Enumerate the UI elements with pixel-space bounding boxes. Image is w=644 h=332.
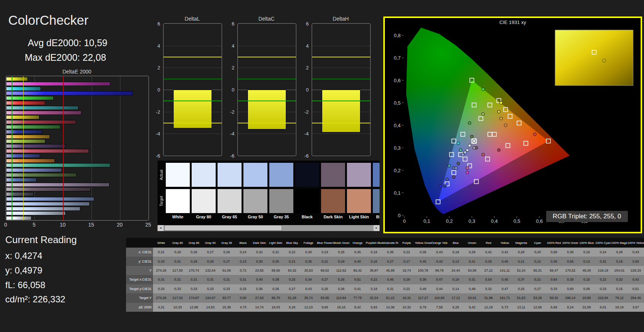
- cell: 38,97: [366, 266, 382, 275]
- cell: 0,30: [562, 275, 579, 284]
- swatch-target-white: [166, 189, 190, 213]
- cell: 77,75: [350, 293, 366, 302]
- cell: 0,27: [529, 284, 546, 293]
- y-tick-label: 0: [306, 87, 309, 93]
- deltae-bar: [6, 207, 80, 211]
- column-header: Yellow: [497, 238, 513, 248]
- horizontal-scrollbar[interactable]: ◄ ►: [158, 225, 380, 231]
- cell: 13,11: [513, 303, 530, 312]
- cell: 0,33: [186, 284, 202, 293]
- column-header: Bluish Green: [333, 238, 350, 248]
- row-label: Target y:CIE31: [126, 284, 153, 293]
- cell: 0,16: [366, 257, 382, 266]
- rgb-triplet-label: RGB Triplet: 255, 255, 0: [546, 211, 628, 222]
- cell: 93,77: [219, 293, 235, 302]
- cell: 0,22: [398, 284, 415, 293]
- y-tick-label: 2: [306, 65, 309, 71]
- y-tick-label: -2: [156, 109, 160, 114]
- y-tick-label: 0,6: [394, 78, 401, 83]
- cell: 0,35: [562, 248, 579, 257]
- cell: 14,74: [251, 303, 268, 312]
- cell: 0,46: [382, 275, 399, 284]
- measured-marker: [504, 124, 507, 127]
- cell: 0,37: [513, 275, 530, 284]
- cell: 0,31: [235, 275, 251, 284]
- cell: 10,32: [398, 303, 415, 312]
- reference-line: [164, 123, 222, 123]
- measured-marker: [482, 88, 485, 91]
- deltae-bar: [6, 173, 77, 177]
- cell: 175,74: [186, 266, 202, 275]
- cell: 0,50: [627, 257, 644, 266]
- table-row: Target Y274,26217,02174,87134,6793,770,0…: [126, 293, 644, 302]
- x-tick-label: 0,1: [423, 218, 430, 224]
- x-tick-label: 20: [117, 222, 123, 228]
- scrollbar-track[interactable]: [164, 225, 374, 231]
- cell: 0,26: [333, 275, 350, 284]
- delta-bar: [248, 90, 286, 129]
- cell: 0,06: [578, 284, 595, 293]
- scrollbar-right-arrow-icon[interactable]: ►: [374, 225, 380, 231]
- row-label: x: CIE31: [126, 248, 153, 257]
- cell: 0,30: [300, 248, 317, 257]
- scrollbar-left-arrow-icon[interactable]: ◄: [158, 225, 164, 231]
- current-reading-fl: fL: 66,058: [5, 280, 45, 290]
- cell: 0,38: [267, 275, 284, 284]
- cell: 53,26: [529, 293, 546, 302]
- table-row: x: CIE310,310,290,280,270,260,240,320,31…: [126, 248, 644, 257]
- measured-marker: [466, 167, 469, 170]
- current-reading-title: Current Reading: [5, 234, 77, 246]
- cell: 0,44: [431, 284, 448, 293]
- y-tick-label: 4: [158, 43, 160, 48]
- measured-marker: [448, 164, 451, 167]
- column-header: Gray 80: [170, 238, 186, 248]
- cell: 95,70: [267, 293, 284, 302]
- y-tick-label: -6: [156, 153, 160, 159]
- cell: 0,28: [513, 248, 530, 257]
- measured-marker: [500, 117, 503, 120]
- swatch-label: Black: [295, 215, 319, 219]
- column-header: Foliage: [300, 238, 317, 248]
- cell: 54,08: [464, 266, 480, 275]
- measured-marker: [457, 162, 460, 165]
- cell: 117,27: [415, 293, 431, 302]
- cell: 0,22: [398, 248, 415, 257]
- x-tick-label: 10: [60, 222, 66, 228]
- column-header: Gray 65: [186, 238, 202, 248]
- x-tick-label: 0,5: [513, 218, 520, 224]
- cell: 114,84: [333, 293, 350, 302]
- cell: 0,31: [170, 257, 186, 266]
- cell: 0,33: [202, 284, 219, 293]
- cell: 52,24: [513, 266, 530, 275]
- deltae-bar: [6, 197, 94, 201]
- column-header: Moderate Red: [382, 238, 399, 248]
- y-tick-label: 2: [232, 65, 234, 71]
- gridline: [238, 68, 296, 68]
- scrollbar-thumb[interactable]: [164, 225, 282, 231]
- x-tick-label: 15: [88, 222, 94, 228]
- deltae-bar: [6, 96, 54, 100]
- cell: 14,38: [382, 303, 399, 312]
- cell: 0,20: [529, 248, 546, 257]
- reference-line: [312, 123, 370, 123]
- deltae-bar: [6, 77, 28, 81]
- cell: 0,29: [333, 257, 350, 266]
- table-row: Target y:CIE310,330,330,330,330,330,330,…: [126, 284, 644, 293]
- cell: 0,31: [186, 275, 202, 284]
- cell: 217,02: [170, 293, 186, 302]
- column-header: 100% Blue: [578, 238, 595, 248]
- cell: 0,45: [497, 275, 513, 284]
- swatch-actual-light-skin: [347, 163, 371, 187]
- y-tick-label: 0: [232, 87, 234, 93]
- cell: 0,29: [464, 248, 480, 257]
- cell: 0,33: [595, 284, 611, 293]
- cell: 68,62: [317, 266, 333, 275]
- cell: 4,73: [235, 303, 251, 312]
- cell: 12,56: [529, 303, 546, 312]
- cell: 0,31: [219, 275, 235, 284]
- cell: 0,72: [235, 266, 251, 275]
- deltae-bar-chart: [6, 76, 149, 221]
- y-tick-label: -4: [156, 131, 160, 137]
- gridline: [164, 134, 222, 134]
- deltaL-y-axis: 6420-2-4-6: [152, 23, 162, 155]
